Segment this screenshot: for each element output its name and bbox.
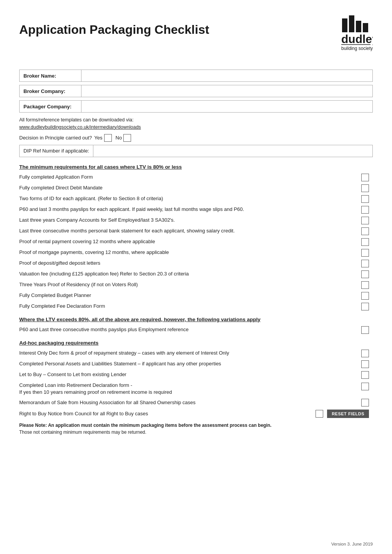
svg-text:building society: building society: [341, 46, 373, 51]
section2-checkbox-0[interactable]: [361, 326, 369, 334]
section3-item-2: Let to Buy – Consent to Let from existin…: [19, 371, 373, 379]
broker-name-row: Broker Name:: [19, 70, 373, 82]
dip-input[interactable]: [93, 145, 372, 157]
section3-item-text-0: Interest Only Dec form & proof of repaym…: [19, 350, 361, 357]
section3-item-0: Interest Only Dec form & proof of repaym…: [19, 350, 373, 357]
broker-name-input[interactable]: [81, 70, 372, 81]
packager-company-label: Packager Company:: [20, 101, 81, 112]
section1-item-text-8: Proof of deposit/gifted deposit letters: [19, 260, 361, 267]
section1-item-text-3: P60 and last 3 months payslips for each …: [19, 206, 361, 213]
section1-checkbox-4[interactable]: [361, 217, 369, 224]
download-link[interactable]: www.dudleybuildingsociety.co.uk/intermed…: [19, 124, 141, 130]
broker-company-row: Broker Company:: [19, 85, 373, 97]
section3-checkbox-5[interactable]: [316, 410, 323, 418]
section3-item-4: Memorandum of Sale from Housing Associat…: [19, 399, 373, 406]
section1-item-text-4: Last three years Company Accounts for Se…: [19, 217, 361, 224]
section3-item-3: Completed Loan into Retirement Declarati…: [19, 382, 373, 396]
yes-no-group: Yes No: [94, 134, 131, 142]
svg-rect-1: [349, 15, 354, 32]
broker-fields-section: Broker Name: Broker Company: Packager Co…: [19, 70, 373, 113]
logo-area: dudley building society: [307, 12, 373, 63]
section1-checkbox-1[interactable]: [361, 184, 369, 192]
section1-checkbox-12[interactable]: [361, 303, 369, 310]
version-text: Version 3. June 2019: [331, 542, 373, 546]
section2-item-0: P60 and Last three consecutive months pa…: [19, 326, 373, 334]
packager-company-input[interactable]: [81, 101, 372, 112]
svg-rect-3: [363, 23, 368, 32]
section3-item-text-5: Right to Buy Notice from Council for all…: [19, 410, 316, 417]
section1-checkbox-7[interactable]: [361, 249, 369, 257]
section3-item-text-2: Let to Buy – Consent to Let from existin…: [19, 371, 361, 378]
section1-item-10: Three Years Proof of Residency (if not o…: [19, 281, 373, 289]
section3-checkbox-4[interactable]: [361, 399, 369, 406]
section1-checkbox-6[interactable]: [361, 238, 369, 246]
section1-item-3: P60 and last 3 months payslips for each …: [19, 206, 373, 214]
section3-heading: Ad-hoc packaging requirements: [19, 340, 373, 346]
section1-checkbox-2[interactable]: [361, 195, 369, 203]
section1-checkbox-9[interactable]: [361, 270, 369, 278]
svg-rect-0: [342, 18, 347, 32]
section3-last-row: Right to Buy Notice from Council for all…: [19, 410, 373, 418]
section1-checkbox-0[interactable]: [361, 174, 369, 181]
no-label: No: [116, 135, 122, 141]
section1-item-0: Fully completed Application Form: [19, 174, 373, 181]
section1-item-2: Two forms of ID for each applicant. (Ref…: [19, 195, 373, 203]
section3-item-text-3: Completed Loan into Retirement Declarati…: [19, 382, 361, 396]
section3-checkbox-3[interactable]: [361, 383, 369, 390]
dip-ref-row: DIP Ref Number if applicable:: [19, 145, 373, 157]
broker-name-label: Broker Name:: [20, 71, 81, 81]
section1-checklist: Fully completed Application Form Fully c…: [19, 174, 373, 310]
section1-checkbox-11[interactable]: [361, 292, 369, 300]
section1-checkbox-3[interactable]: [361, 206, 369, 214]
page-title: Application Packaging Checklist: [19, 23, 209, 36]
section1-item-7: Proof of mortgage payments, covering 12 …: [19, 249, 373, 257]
section1-item-text-11: Fully Completed Budget Planner: [19, 292, 361, 299]
dip-label: DIP Ref Number if applicable:: [20, 146, 93, 156]
section1-item-text-0: Fully completed Application Form: [19, 174, 361, 181]
section1-checkbox-10[interactable]: [361, 281, 369, 289]
bottom-note: Please Note: An application must contain…: [19, 422, 373, 436]
section1-item-9: Valuation fee (including £125 applicatio…: [19, 270, 373, 278]
svg-rect-2: [356, 21, 361, 32]
section1-item-text-12: Fully Completed Fee Declaration Form: [19, 303, 361, 310]
section3-checkbox-2[interactable]: [361, 371, 369, 379]
section3-item-text-4: Memorandum of Sale from Housing Associat…: [19, 399, 361, 406]
decision-label: Decision in Principle carried out?: [19, 135, 92, 141]
packager-company-row: Packager Company:: [19, 100, 373, 113]
decision-row: Decision in Principle carried out? Yes N…: [19, 134, 373, 142]
section1-item-4: Last three years Company Accounts for Se…: [19, 217, 373, 224]
section1-item-11: Fully Completed Budget Planner: [19, 292, 373, 300]
section3-item-1: Completed Personal Assets and Liabilitie…: [19, 360, 373, 368]
logo-image: dudley building society: [307, 12, 373, 61]
section1-item-text-6: Proof of rental payment covering 12 mont…: [19, 238, 361, 245]
reset-button[interactable]: RESET FIELDS: [327, 410, 369, 418]
section1-item-5: Last three consecutive months personal b…: [19, 227, 373, 235]
section1-item-1: Fully completed Direct Debit Mandate: [19, 184, 373, 192]
section1-item-6: Proof of rental payment covering 12 mont…: [19, 238, 373, 246]
section3-checkbox-1[interactable]: [361, 360, 369, 368]
section1-item-text-1: Fully completed Direct Debit Mandate: [19, 184, 361, 191]
yes-label: Yes: [94, 135, 102, 141]
section1-item-8: Proof of deposit/gifted deposit letters: [19, 260, 373, 267]
broker-company-label: Broker Company:: [20, 86, 81, 96]
section1-item-text-10: Three Years Proof of Residency (if not o…: [19, 281, 361, 288]
section3-item-text-1: Completed Personal Assets and Liabilitie…: [19, 360, 361, 367]
section1-checkbox-8[interactable]: [361, 260, 369, 267]
section1-checkbox-5[interactable]: [361, 227, 369, 235]
no-checkbox[interactable]: [123, 134, 131, 142]
section1-item-text-5: Last three consecutive months personal b…: [19, 227, 361, 234]
section1-item-text-2: Two forms of ID for each applicant. (Ref…: [19, 195, 361, 202]
section2-checklist: P60 and Last three consecutive months pa…: [19, 326, 373, 334]
svg-text:dudley: dudley: [341, 33, 373, 45]
section2-heading: Where the LTV exceeds 80%, all of the ab…: [19, 317, 373, 322]
section3-checkbox-0[interactable]: [361, 350, 369, 357]
section1-item-12: Fully Completed Fee Declaration Form: [19, 303, 373, 310]
info-text: All forms/reference templates can be dow…: [19, 116, 373, 131]
section2-item-text-0: P60 and Last three consecutive months pa…: [19, 326, 361, 333]
section1-heading: The minimum requirements for all cases w…: [19, 164, 373, 170]
section1-item-text-7: Proof of mortgage payments, covering 12 …: [19, 249, 361, 256]
broker-company-input[interactable]: [81, 85, 372, 97]
section1-item-text-9: Valuation fee (including £125 applicatio…: [19, 270, 361, 277]
section3-checklist: Interest Only Dec form & proof of repaym…: [19, 350, 373, 418]
yes-checkbox[interactable]: [104, 134, 112, 142]
